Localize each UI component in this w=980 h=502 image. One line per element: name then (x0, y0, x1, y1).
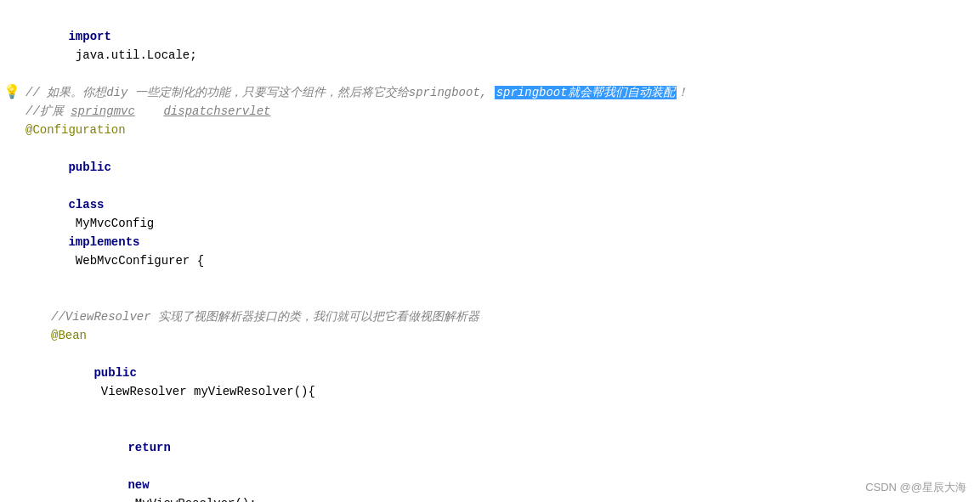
line-content-2: // 如果。你想diy 一些定制化的功能，只要写这个组件，然后将它交给sprin… (25, 83, 688, 102)
code-editor: import java.util.Locale; 💡 // 如果。你想diy 一… (0, 0, 980, 502)
gutter-2: 💡 (0, 83, 24, 102)
line-content-3: //扩展 springmvc dispatchservlet (25, 102, 270, 121)
code-line-7: //ViewResolver 实现了视图解析器接口的类，我们就可以把它看做视图解… (0, 307, 980, 326)
line-content-4: @Configuration (25, 121, 126, 139)
code-line-4: @Configuration (0, 121, 980, 139)
gutter-9 (0, 345, 24, 420)
code-line-3: //扩展 springmvc dispatchservlet (0, 102, 980, 121)
code-line-9: public ViewResolver myViewResolver(){ (0, 345, 980, 420)
gutter-4 (0, 121, 24, 139)
gutter-5 (0, 139, 24, 289)
line-content-9: public ViewResolver myViewResolver(){ (51, 345, 315, 420)
line-content-8: @Bean (51, 326, 87, 345)
keyword-import: import (68, 30, 110, 43)
bulb-icon: 💡 (3, 83, 20, 102)
gutter-1 (0, 8, 24, 83)
line-content-1: import java.util.Locale; (25, 8, 197, 83)
line-content-7: //ViewResolver 实现了视图解析器接口的类，我们就可以把它看做视图解… (51, 307, 479, 326)
line-content-5: public class MyMvcConfig implements WebM… (25, 139, 204, 289)
gutter-6 (0, 289, 24, 307)
code-line-6 (0, 289, 980, 307)
code-line-8: @Bean (0, 326, 980, 345)
code-line-10: return new MyViewResolver(); (0, 420, 980, 502)
code-line-5: public class MyMvcConfig implements WebM… (0, 139, 980, 289)
gutter-10 (0, 420, 24, 502)
gutter-7 (0, 307, 24, 326)
watermark: CSDN @@星辰大海 (865, 480, 966, 495)
gutter-8 (0, 326, 24, 345)
code-line-2: 💡 // 如果。你想diy 一些定制化的功能，只要写这个组件，然后将它交给spr… (0, 83, 980, 102)
line-content-10: return new MyViewResolver(); (85, 420, 257, 502)
springboot-highlight: springboot就会帮我们自动装配 (495, 86, 677, 99)
code-line-1: import java.util.Locale; (0, 8, 980, 83)
gutter-3 (0, 102, 24, 121)
